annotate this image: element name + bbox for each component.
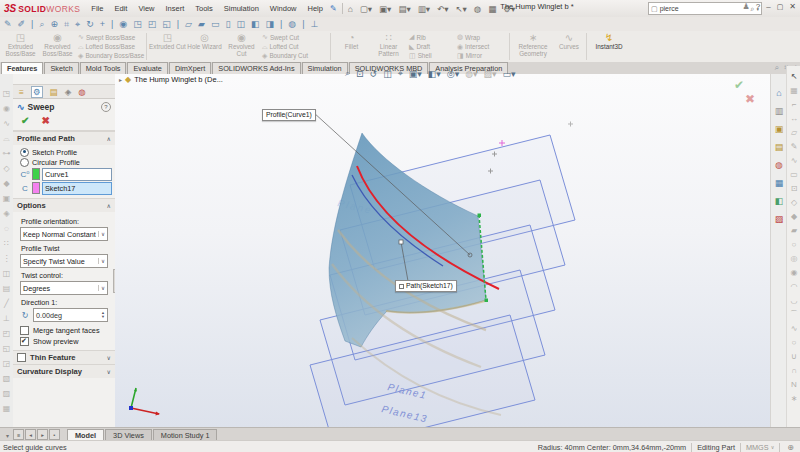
profile-path-section-header[interactable]: Profile and Path ∧ [13, 131, 115, 145]
sketch-tool-icon[interactable]: ○ [792, 336, 797, 350]
view-tool-icon[interactable]: | [177, 19, 179, 29]
left-toolbar-icon[interactable]: ◆ [3, 176, 9, 191]
merge-tangent-checkbox[interactable]: Merge tangent faces [20, 325, 112, 336]
view-palette-icon[interactable]: ▦ [775, 178, 784, 188]
configuration-tab-icon[interactable]: ▤ [50, 87, 58, 97]
pin-icon[interactable]: ✎ [330, 4, 337, 13]
radio-icon[interactable] [20, 148, 29, 157]
menu-item[interactable]: View [137, 3, 155, 14]
home-tab-icon[interactable]: ⌂ [776, 88, 781, 98]
property-manager-tab-icon[interactable]: ⚙ [31, 86, 43, 98]
ribbon-small-button[interactable]: ⌓ Lofted Cut [262, 43, 326, 51]
revolved-cut-button[interactable]: ◉ Revolved Cut [223, 31, 260, 62]
menu-item[interactable]: Window [269, 3, 298, 14]
sketch-tool-icon[interactable]: ▱ [791, 126, 797, 140]
left-toolbar-icon[interactable]: ◇ [3, 161, 9, 176]
sketch-tool-icon[interactable]: ◇ [791, 196, 797, 210]
minimize-button[interactable]: – [766, 2, 770, 11]
view-tool-icon[interactable]: ◧ [251, 19, 260, 29]
left-toolbar-icon[interactable]: ◲ [3, 356, 11, 371]
home-icon[interactable]: ⌂ [348, 4, 353, 14]
undo-icon[interactable]: ↶▾ [437, 4, 448, 14]
help-icon[interactable]: ? [101, 102, 111, 112]
view-tool-icon[interactable]: | [111, 19, 113, 29]
units-selector[interactable]: MMGS [746, 443, 769, 452]
left-toolbar-icon[interactable]: ∷ [4, 236, 9, 251]
sketch-tool-icon[interactable]: ◆ [791, 210, 797, 224]
view-tool-icon[interactable]: | [280, 19, 282, 29]
profile-callout[interactable]: Profile(Curve1) [262, 109, 316, 121]
left-toolbar-icon[interactable]: ⌓ [3, 131, 9, 146]
close-button[interactable]: ✕ [789, 2, 796, 11]
previous-view-icon[interactable]: ↺ [370, 69, 378, 79]
sketch-tool-icon[interactable]: ⌒ [790, 308, 798, 322]
orientation-dropdown[interactable]: Keep Normal Constant ∨ [20, 227, 108, 241]
chevron-down-icon[interactable]: ∨ [771, 444, 775, 450]
view-tool-icon[interactable]: ⌗ [64, 19, 69, 30]
zoom-tool-icon[interactable]: ⌕ [774, 63, 778, 73]
view-tool-icon[interactable]: ✎ [4, 19, 12, 29]
menu-item[interactable]: Tools [194, 3, 214, 14]
collapse-icon[interactable]: ∧ [107, 202, 111, 209]
sketch-tool-icon[interactable]: ⊡ [791, 182, 798, 196]
chevron-down-icon[interactable]: ▾ [6, 432, 9, 439]
maximize-button[interactable]: ▢ [777, 3, 784, 11]
left-toolbar-icon[interactable]: ◈ [3, 206, 9, 221]
fillet-button[interactable]: ◔ Fillet [333, 31, 370, 62]
view-tool-icon[interactable]: ▰ [198, 19, 205, 29]
checkbox-icon[interactable] [20, 337, 29, 346]
ribbon-small-button[interactable]: ∿ Swept Boss/Base [78, 33, 142, 41]
flyout-feature-tree[interactable]: ▸ ◆ The Hump Winglet b (De... [119, 75, 223, 84]
view-orientation-icon[interactable]: ▣▾ [409, 69, 422, 79]
apply-scene-icon[interactable]: ▨▾ [484, 69, 497, 79]
expander-icon[interactable]: ▸ [119, 76, 122, 83]
circular-profile-radio[interactable]: Circular Profile [20, 157, 112, 167]
ribbon-small-button[interactable]: ◢ Rib [409, 33, 453, 41]
view-tool-icon[interactable]: | [302, 19, 304, 29]
menu-item[interactable]: Simulation [223, 3, 260, 14]
tab-mold-tools[interactable]: Mold Tools [80, 62, 127, 74]
view-tool-icon[interactable]: ◨ [265, 19, 274, 29]
feature-tree-tab-icon[interactable]: ≡ [19, 87, 24, 97]
profile-selection-field[interactable]: Curve1 [42, 168, 112, 181]
curves-button[interactable]: ∿ Curves [554, 31, 584, 62]
view-tool-icon[interactable]: ◳ [133, 19, 142, 29]
appearances-scenes-icon[interactable]: ◍ [775, 160, 783, 170]
solidworks-forum-icon[interactable]: ▨ [775, 214, 784, 224]
view-tool-icon[interactable]: ⌖ [75, 19, 80, 30]
edit-appearance-icon[interactable]: ◍▾ [465, 69, 477, 79]
checkbox-icon[interactable] [17, 353, 26, 362]
left-toolbar-icon[interactable]: ◰ [3, 326, 11, 341]
sketch-tool-icon[interactable]: ∗ [791, 392, 798, 406]
sketch-tool-icon[interactable]: ∿ [791, 322, 798, 336]
radio-icon[interactable] [20, 158, 29, 167]
view-settings-icon[interactable]: ▭▾ [503, 69, 516, 79]
path-selection-field[interactable]: Sketch17 [42, 182, 112, 195]
view-tool-icon[interactable]: ◉ [119, 19, 127, 29]
view-tool-icon[interactable]: ⌕ [39, 19, 44, 30]
view-tool-icon[interactable]: ▯ [225, 19, 230, 29]
tab-nav-icon[interactable]: ▪ [49, 429, 60, 440]
tab-addins[interactable]: SOLIDWORKS Add-Ins [212, 62, 300, 74]
sketch-tool-icon[interactable]: ∿ [791, 154, 798, 168]
view-tool-icon[interactable]: ▭ [211, 19, 220, 29]
ribbon-small-button[interactable]: ◣ Draft [409, 43, 453, 51]
display-manager-tab-icon[interactable]: ◍ [78, 87, 85, 97]
section-view-icon[interactable]: ◫ [383, 69, 392, 79]
sketch-tool-icon[interactable]: ✎ [791, 140, 798, 154]
ribbon-small-button[interactable]: ◫ Shell [409, 52, 453, 60]
sketch-tool-icon[interactable]: N [791, 378, 797, 392]
tab-nav-icon[interactable]: ≡ [13, 429, 24, 440]
dynamic-annotation-icon[interactable]: ⌖ [398, 68, 403, 79]
linear-pattern-button[interactable]: ∷ Linear Pattern [370, 31, 407, 62]
left-toolbar-icon[interactable]: ⊶ [3, 146, 11, 161]
left-toolbar-icon[interactable]: ▣ [3, 191, 11, 206]
ok-button[interactable]: ✔ [21, 115, 29, 126]
part-name[interactable]: The Hump Winglet b (De... [134, 75, 223, 84]
twist-dropdown[interactable]: Specify Twist Value ∨ [20, 254, 108, 268]
sketch-tool-icon[interactable]: ◎ [791, 252, 798, 266]
revolved-boss-base-button[interactable]: ◉ Revolved Boss/Base [39, 31, 76, 62]
tab-sketch[interactable]: Sketch [44, 62, 78, 74]
solidworks-resources-icon[interactable]: ▥ [775, 106, 784, 116]
sketch-tool-icon[interactable]: ◠ [791, 280, 798, 294]
